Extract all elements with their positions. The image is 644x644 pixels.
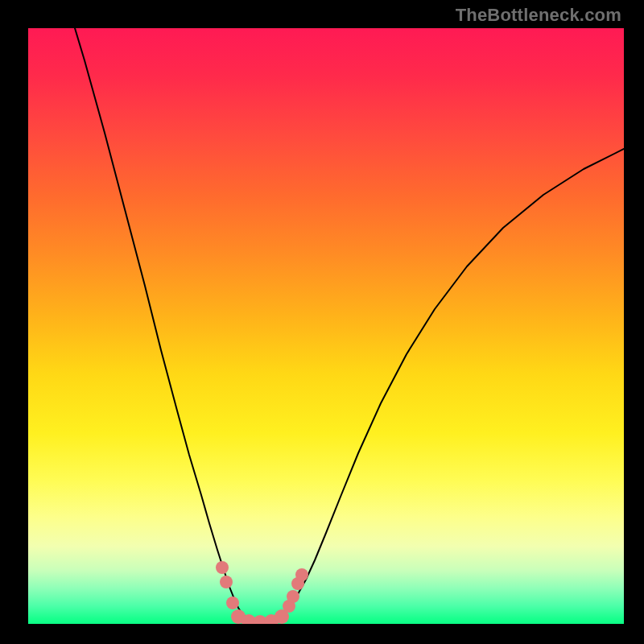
curve-marker: [226, 597, 239, 609]
watermark-text: TheBottleneck.com: [456, 5, 621, 26]
curve-markers: [216, 561, 308, 624]
plot-area: [28, 28, 624, 624]
curve-marker: [287, 590, 299, 603]
curve-marker: [220, 576, 233, 588]
bottleneck-curve-svg: [28, 28, 624, 624]
curve-marker: [216, 561, 229, 574]
bottleneck-curve: [72, 28, 624, 621]
chart-frame: TheBottleneck.com: [0, 0, 644, 644]
curve-marker: [295, 568, 308, 581]
